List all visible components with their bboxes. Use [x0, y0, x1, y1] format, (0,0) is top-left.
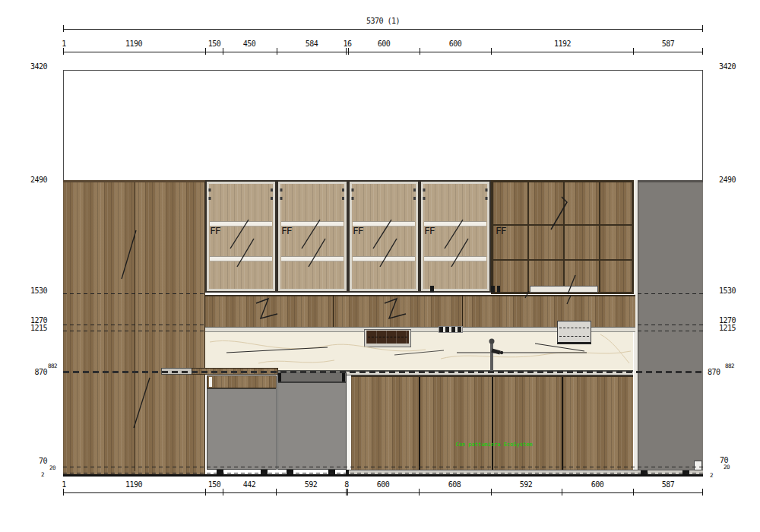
- linework-overlay: [0, 0, 760, 532]
- ref-line-20: [63, 473, 703, 473]
- ref-line-870: [63, 371, 703, 373]
- ref-line-1270: [638, 325, 703, 325]
- ref-line-70: [63, 467, 703, 467]
- ref-line-1215: [63, 331, 205, 331]
- ref-line-1530: [63, 293, 205, 294]
- ref-line-1270: [63, 325, 205, 325]
- kitchen-elevation-drawing: 5370 (1) 1 1190 150 450 584 16 600 600 1…: [0, 0, 760, 532]
- ref-line-1530: [638, 293, 703, 294]
- ref-line-1215: [638, 331, 703, 331]
- floor-line: [63, 474, 703, 477]
